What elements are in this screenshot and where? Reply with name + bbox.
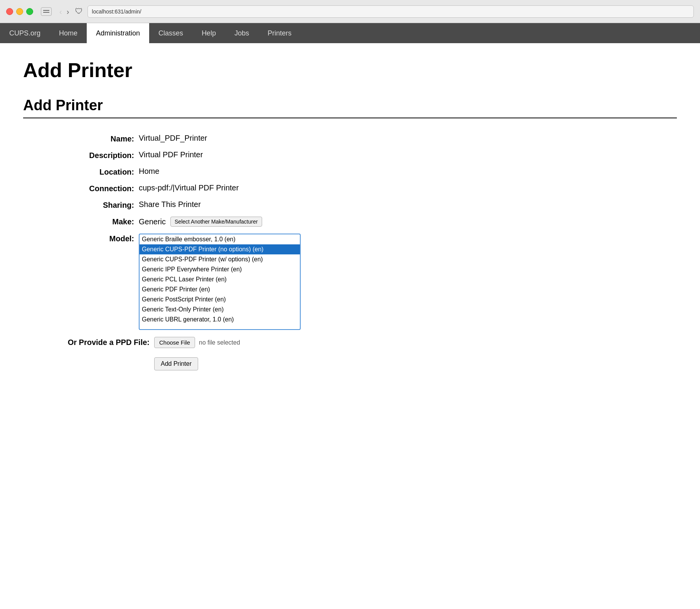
location-value: Home xyxy=(139,167,159,176)
page-title: Add Printer xyxy=(23,59,677,82)
nav-bar: CUPS.org Home Administration Classes Hel… xyxy=(0,23,700,43)
model-select[interactable]: Generic Braille embosser, 1.0 (en)Generi… xyxy=(139,234,301,330)
sharing-label: Sharing: xyxy=(46,200,139,210)
select-make-button[interactable]: Select Another Make/Manufacturer xyxy=(170,217,262,227)
section-title: Add Printer xyxy=(23,97,677,118)
model-label: Model: xyxy=(46,234,139,243)
minimize-button[interactable] xyxy=(16,8,23,15)
sharing-value: Share This Printer xyxy=(139,200,201,209)
make-label: Make: xyxy=(46,217,139,226)
choose-file-button[interactable]: Choose File xyxy=(154,337,195,348)
shield-icon: 🛡 xyxy=(75,7,83,16)
add-printer-row: Add Printer xyxy=(154,357,677,370)
nav-item-cups[interactable]: CUPS.org xyxy=(0,23,50,43)
sidebar-toggle-button[interactable] xyxy=(41,7,52,16)
traffic-lights xyxy=(6,8,33,15)
description-label: Description: xyxy=(46,150,139,160)
location-row: Location: Home xyxy=(46,167,677,177)
section-header: Add Printer xyxy=(23,97,677,118)
sharing-row: Sharing: Share This Printer xyxy=(46,200,677,210)
nav-item-jobs[interactable]: Jobs xyxy=(225,23,258,43)
description-value: Virtual PDF Printer xyxy=(139,150,203,159)
name-label: Name: xyxy=(46,134,139,143)
nav-item-home[interactable]: Home xyxy=(50,23,87,43)
maximize-button[interactable] xyxy=(26,8,33,15)
close-button[interactable] xyxy=(6,8,13,15)
back-button[interactable]: ‹ xyxy=(58,8,64,15)
make-row: Make: Generic Select Another Make/Manufa… xyxy=(46,217,677,227)
make-controls: Generic Select Another Make/Manufacturer xyxy=(139,217,262,227)
no-file-text: no file selected xyxy=(199,339,240,346)
connection-value: cups-pdf:/|Virtual PDF Printer xyxy=(139,183,239,192)
ppd-row: Or Provide a PPD File: Choose File no fi… xyxy=(23,337,677,348)
address-bar[interactable]: localhost:631/admin/ xyxy=(88,5,694,18)
location-label: Location: xyxy=(46,167,139,177)
nav-arrows: ‹ › xyxy=(58,8,71,15)
ppd-controls: Choose File no file selected xyxy=(154,337,240,348)
nav-item-classes[interactable]: Classes xyxy=(149,23,192,43)
add-printer-form: Name: Virtual_PDF_Printer Description: V… xyxy=(46,134,677,330)
browser-chrome: ‹ › 🛡 localhost:631/admin/ xyxy=(0,0,700,23)
name-value: Virtual_PDF_Printer xyxy=(139,134,207,143)
main-content: Add Printer Add Printer Name: Virtual_PD… xyxy=(0,43,700,386)
forward-button[interactable]: › xyxy=(65,8,71,15)
add-printer-button[interactable]: Add Printer xyxy=(154,357,198,370)
connection-row: Connection: cups-pdf:/|Virtual PDF Print… xyxy=(46,183,677,193)
name-row: Name: Virtual_PDF_Printer xyxy=(46,134,677,143)
nav-item-administration[interactable]: Administration xyxy=(87,23,149,43)
description-row: Description: Virtual PDF Printer xyxy=(46,150,677,160)
ppd-label: Or Provide a PPD File: xyxy=(23,338,154,347)
connection-label: Connection: xyxy=(46,183,139,193)
nav-item-printers[interactable]: Printers xyxy=(258,23,301,43)
make-value: Generic xyxy=(139,217,166,226)
model-row: Model: Generic Braille embosser, 1.0 (en… xyxy=(46,234,677,330)
nav-item-help[interactable]: Help xyxy=(192,23,225,43)
